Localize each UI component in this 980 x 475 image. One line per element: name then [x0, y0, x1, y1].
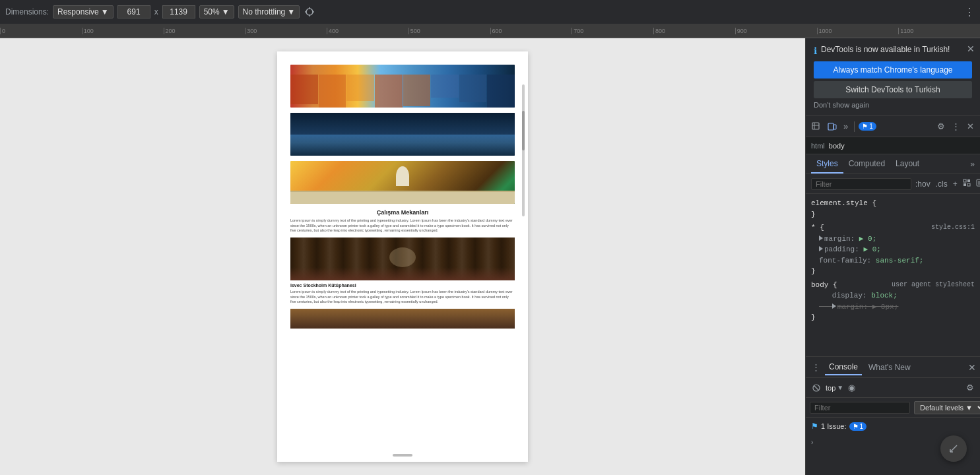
svg-rect-13 — [967, 183, 970, 186]
more-options-icon[interactable]: ⋮ — [964, 6, 975, 18]
console-filter-input[interactable] — [810, 402, 910, 414]
language-notice: ℹ DevTools is now available in Turkish! … — [806, 38, 980, 116]
main-area: Çalışma Mekanları Lorem ipsum is simply … — [0, 38, 980, 475]
library-image — [290, 238, 515, 280]
filter-input[interactable] — [811, 178, 911, 190]
hov-button[interactable]: :hov — [914, 178, 932, 190]
css-property: display: block; — [819, 292, 898, 300]
resize-handle[interactable] — [393, 454, 412, 457]
console-close-button[interactable]: ✕ — [968, 362, 976, 373]
breadcrumb-html[interactable]: html — [811, 142, 825, 150]
css-selector: element.style { — [811, 199, 876, 207]
main-lorem-text: Lorem ipsum is simply dummy text of the … — [290, 218, 515, 234]
issues-badge[interactable]: ⚑ 1 — [859, 122, 876, 131]
throttling-label: No throttling — [243, 7, 286, 16]
css-property: font-family: sans-serif; — [819, 257, 923, 265]
breadcrumb-body[interactable]: body — [829, 142, 845, 150]
css-close-brace: } — [811, 267, 816, 275]
top-label: top — [826, 384, 835, 392]
console-settings-button[interactable]: ⚙ — [964, 381, 976, 395]
svg-rect-11 — [967, 179, 970, 182]
notice-text: DevTools is now available in Turkish! — [821, 45, 972, 54]
css-rule-universal: * { style.css:1 margin: ▶ 0; padding: ▶ … — [806, 221, 980, 278]
console-toolbar: ⋮ Console What's New ✕ — [806, 357, 980, 378]
svg-rect-10 — [964, 179, 966, 182]
tab-computed[interactable]: Computed — [843, 155, 890, 174]
expand-icon[interactable] — [832, 303, 836, 309]
css-origin: user agent stylesheet — [892, 280, 975, 290]
expand-icon[interactable] — [819, 246, 823, 251]
page-image-cathedral — [290, 161, 515, 204]
css-selector: * { — [811, 224, 824, 232]
ruler: 0 100 200 300 400 500 600 700 800 900 10… — [0, 24, 980, 38]
filter-bar: :hov .cls + — [806, 174, 980, 194]
page-image-water — [290, 113, 515, 156]
height-input[interactable] — [162, 5, 195, 18]
more-tools-button[interactable]: » — [841, 119, 850, 133]
responsive-select[interactable]: Responsive ▼ — [53, 5, 114, 18]
inspect-element-button[interactable] — [810, 120, 823, 133]
issue-badge: ⚑ 1 — [849, 422, 867, 431]
page-frame: Çalışma Mekanları Lorem ipsum is simply … — [277, 51, 528, 462]
console-clear-button[interactable] — [810, 381, 823, 395]
ruler-mark: 500 — [408, 28, 490, 34]
page-preview[interactable]: Çalışma Mekanları Lorem ipsum is simply … — [0, 38, 805, 475]
top-select-container[interactable]: top ▼ — [826, 384, 843, 392]
throttling-select[interactable]: No throttling ▼ — [238, 5, 300, 18]
buildings-decoration — [290, 75, 515, 108]
console-icons-row: top ▼ ◉ ⚙ — [806, 378, 980, 398]
ruler-mark: 400 — [327, 28, 408, 34]
css-selector: body { — [811, 281, 837, 289]
width-input[interactable] — [117, 5, 150, 18]
zoom-select[interactable]: 50% ▼ — [199, 5, 234, 18]
scrollbar-track — [522, 84, 525, 216]
console-more-icon[interactable]: ⋮ — [810, 360, 822, 374]
plus-button[interactable]: + — [952, 178, 959, 190]
expand-icon[interactable] — [819, 236, 823, 241]
console-expand-icon[interactable]: › — [811, 439, 813, 446]
dont-show-again-link[interactable]: Don't show again — [814, 101, 972, 109]
default-levels-select[interactable]: Default levels ▼ — [914, 401, 980, 414]
issue-flag-icon: ⚑ — [811, 422, 818, 431]
scrollbar-thumb[interactable] — [522, 111, 525, 150]
styles-tabs: Styles Computed Layout » — [806, 154, 980, 174]
page-image-buildings — [290, 65, 515, 108]
zoom-label: 50% — [204, 7, 220, 16]
css-close-brace: } — [811, 313, 816, 321]
devtools-panel: ℹ DevTools is now available in Turkish! … — [805, 38, 980, 475]
toolbar-separator — [854, 121, 855, 132]
settings-button[interactable]: ⚙ — [935, 119, 947, 133]
cls-button[interactable]: .cls — [934, 178, 949, 190]
switch-devtools-turkish-button[interactable]: Switch DevTools to Turkish — [814, 81, 972, 98]
css-property: margin: ▶ 0; — [819, 235, 876, 243]
notice-close-button[interactable]: ✕ — [967, 44, 975, 54]
dimension-x: x — [154, 7, 158, 16]
section-title: Çalışma Mekanları — [290, 209, 515, 216]
computed-view-button[interactable] — [975, 177, 980, 190]
eye-button[interactable]: ◉ — [846, 381, 857, 395]
tab-whats-new[interactable]: What's New — [865, 360, 915, 375]
svg-rect-8 — [828, 123, 833, 130]
issues-count: 1 — [869, 123, 873, 130]
ruler-mark: 600 — [490, 28, 572, 34]
css-rule-element-style: element.style { } — [806, 197, 980, 221]
more-options-button[interactable]: ⋮ — [950, 119, 962, 133]
console-filter-row: Default levels ▼ — [806, 398, 980, 418]
devtools-toolbar: » ⚑ 1 ⚙ ⋮ ✕ — [806, 116, 980, 137]
ruler-mark: 0 — [0, 28, 82, 34]
console-issue-row[interactable]: ⚑ 1 Issue: ⚑ 1 — [806, 418, 980, 435]
close-devtools-button[interactable]: ✕ — [965, 119, 976, 133]
capture-icon[interactable] — [304, 6, 315, 18]
tab-layout[interactable]: Layout — [890, 155, 925, 174]
dimensions-label: Dimensions: — [5, 7, 49, 16]
ruler-mark: 100 — [82, 28, 164, 34]
ruler-mark: 700 — [572, 28, 653, 34]
css-rule-body: body { user agent stylesheet display: bl… — [806, 278, 980, 325]
tabs-more-icon[interactable]: » — [970, 160, 975, 169]
drag-corner-icon[interactable] — [940, 435, 967, 462]
always-match-language-button[interactable]: Always match Chrome's language — [814, 61, 972, 79]
toggle-state-button[interactable] — [962, 177, 972, 190]
tab-console[interactable]: Console — [825, 360, 862, 375]
tab-styles[interactable]: Styles — [811, 155, 843, 174]
device-mode-button[interactable] — [826, 120, 839, 133]
